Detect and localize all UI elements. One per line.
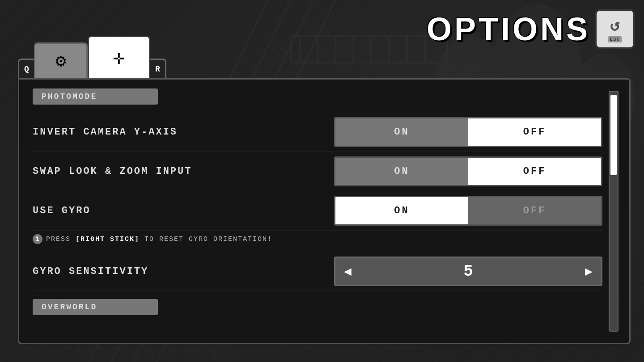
- section-overworld-header: OVERWORLD: [33, 299, 158, 315]
- back-button[interactable]: ↺ ESC: [595, 9, 635, 49]
- main-panel: PHOTOMODE INVERT CAMERA Y-AXIS ON OFF SW…: [18, 78, 631, 344]
- gyro-sensitivity-control: ◀ 5 ▶: [334, 257, 602, 286]
- panel-content: PHOTOMODE INVERT CAMERA Y-AXIS ON OFF SW…: [33, 88, 602, 334]
- dpad-icon: ✛: [113, 46, 125, 70]
- tab-q-key[interactable]: Q: [18, 59, 34, 78]
- use-gyro-off-button[interactable]: OFF: [468, 196, 602, 226]
- setting-gyro-sensitivity: GYRO SENSITIVITY ◀ 5 ▶: [33, 252, 602, 291]
- gyro-sensitivity-label: GYRO SENSITIVITY: [33, 266, 334, 277]
- swap-look-zoom-control: ON OFF: [334, 156, 602, 186]
- scrollbar-track[interactable]: [609, 91, 619, 332]
- section-overworld: OVERWORLD: [33, 299, 602, 323]
- section-photomode-header: PHOTOMODE: [33, 88, 158, 105]
- section-overworld-label: OVERWORLD: [42, 303, 97, 311]
- invert-camera-off-button[interactable]: OFF: [468, 117, 602, 147]
- tab-r-key[interactable]: R: [150, 59, 166, 78]
- info-icon: i: [33, 234, 42, 244]
- gyro-note: i PRESS [RIGHT STICK] TO RESET GYRO ORIE…: [33, 231, 602, 252]
- gyro-sensitivity-increase-button[interactable]: ▶: [576, 258, 601, 285]
- esc-label: ESC: [608, 36, 622, 42]
- tab-bar: Q ⚙ ✛ R: [18, 36, 166, 78]
- gyro-sensitivity-value: 5: [360, 262, 576, 281]
- title-area: OPTIONS ↺ ESC: [427, 9, 635, 49]
- gyro-note-highlight: [RIGHT STICK]: [76, 236, 140, 243]
- gyro-note-text: PRESS [RIGHT STICK] TO RESET GYRO ORIENT…: [46, 236, 272, 243]
- gear-icon: ⚙: [55, 50, 66, 72]
- setting-swap-look-zoom: SWAP LOOK & ZOOM INPUT ON OFF: [33, 152, 602, 191]
- setting-use-gyro: USE GYRO ON OFF: [33, 191, 602, 231]
- invert-camera-label: INVERT CAMERA Y-AXIS: [33, 126, 334, 138]
- use-gyro-label: USE GYRO: [33, 205, 334, 216]
- page-title: OPTIONS: [427, 11, 590, 47]
- invert-camera-control: ON OFF: [334, 117, 602, 147]
- setting-invert-camera: INVERT CAMERA Y-AXIS ON OFF: [33, 113, 602, 152]
- use-gyro-control: ON OFF: [334, 196, 602, 226]
- swap-look-zoom-off-button[interactable]: OFF: [468, 156, 602, 186]
- back-icon: ↺: [610, 16, 620, 35]
- scrollbar[interactable]: [607, 88, 620, 334]
- r-label: R: [155, 65, 160, 74]
- use-gyro-on-button[interactable]: ON: [334, 196, 468, 226]
- scrollbar-thumb[interactable]: [610, 95, 617, 175]
- swap-look-zoom-label: SWAP LOOK & ZOOM INPUT: [33, 166, 334, 177]
- swap-look-zoom-on-button[interactable]: ON: [334, 156, 468, 186]
- tab-settings[interactable]: ⚙: [34, 42, 88, 78]
- tab-controls[interactable]: ✛: [88, 36, 150, 78]
- gyro-sensitivity-decrease-button[interactable]: ◀: [335, 258, 360, 285]
- q-label: Q: [24, 65, 29, 74]
- invert-camera-on-button[interactable]: ON: [334, 117, 468, 147]
- section-photomode-label: PHOTOMODE: [42, 92, 97, 101]
